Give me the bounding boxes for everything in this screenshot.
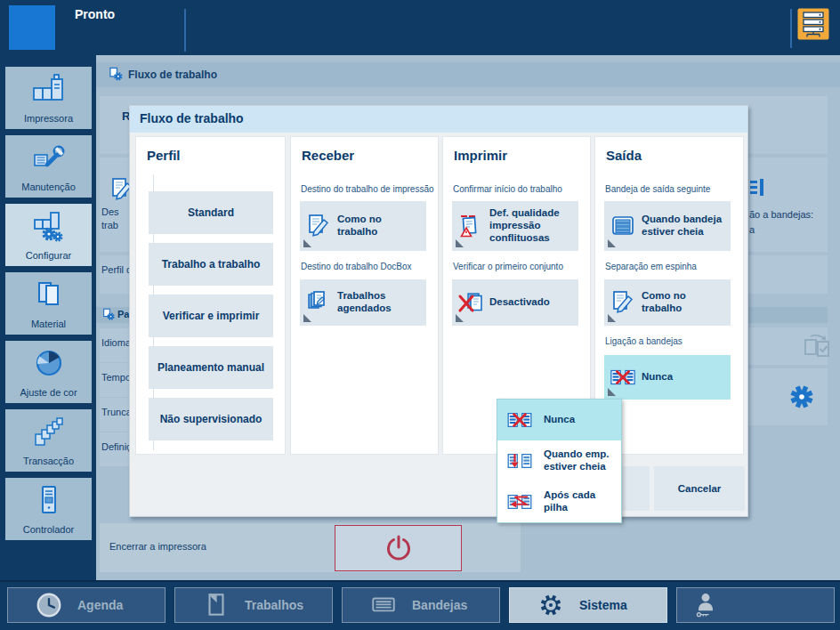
sidebar-item-label: Transacção (5, 456, 92, 466)
menu-item-label: Após cada pilha (544, 489, 621, 514)
dropdown-corner-marker (456, 239, 464, 247)
sidebar-item-label: Manutenção (5, 182, 92, 192)
nav-tab-label: Trabalhos (245, 598, 303, 612)
tray-never-icon (506, 410, 537, 430)
menu-item-apos-cada-pilha[interactable]: Após cada pilha (497, 481, 621, 522)
sidebar-item-manutencao[interactable]: Manutenção (5, 135, 92, 198)
titlebar-divider (184, 9, 186, 52)
nav-tab-user-login[interactable] (676, 587, 835, 623)
field-label: Ligação a bandejas (605, 336, 682, 346)
menu-item-nunca[interactable]: Nunca (497, 400, 621, 440)
field-label: Destino do trabalho de impressão (301, 184, 434, 194)
background-partial-text: Trunca (101, 407, 132, 417)
sidebar-item-label: Material (5, 319, 92, 329)
column-title: Saída (606, 148, 642, 163)
background-partial-text: Idioma (101, 337, 131, 348)
sidebar-item-controlador[interactable]: Controlador (5, 478, 92, 540)
workflow-dialog: Fluxo de trabalho Perfil Standard Trabal… (129, 105, 748, 517)
printer-status-text: Pronto (75, 7, 115, 21)
background-partial-text: trab (101, 220, 118, 230)
option-separacao-espinha[interactable]: Como no trabalho (604, 279, 731, 326)
controller-icon (31, 482, 67, 518)
gear-icon[interactable] (787, 382, 817, 412)
option-verificar-conjunto[interactable]: Desactivado (452, 279, 578, 326)
configure-icon (31, 208, 67, 244)
cancel-button-label: Cancelar (678, 483, 722, 494)
option-destino-docbox[interactable]: Trabalhos agendados (300, 279, 426, 326)
shutdown-label: Encerrar a impressora (109, 541, 206, 552)
dropdown-corner-marker (608, 388, 616, 396)
titlebar-divider-right (790, 9, 792, 48)
nav-tab-label: Agenda (77, 598, 123, 612)
option-value: Desactivado (489, 296, 578, 309)
tray-linking-dropdown-menu: Nunca Quando emp. estiver cheia Após cad… (497, 399, 622, 523)
dropdown-corner-marker (608, 239, 616, 247)
column-title: Imprimir (454, 148, 507, 163)
profile-button-standard[interactable]: Standard (149, 191, 273, 234)
background-partial-text: ão a bandejas: (749, 209, 813, 220)
sidebar-item-impressora[interactable]: Impressora (5, 67, 92, 129)
option-value: Nunca (642, 371, 731, 384)
doc-pencil-icon (604, 289, 642, 316)
option-destino-impressao[interactable]: Como no trabalho (300, 201, 426, 251)
doc-conflict-icon (452, 213, 489, 239)
page-header: Fluxo de trabalho (96, 62, 840, 87)
cancel-button[interactable]: Cancelar (654, 466, 745, 511)
power-icon (384, 533, 414, 563)
profile-button-nao-supervisionado[interactable]: Não supervisionado (149, 398, 273, 440)
option-bandeja-saida[interactable]: Quando bandeja estiver cheia (604, 201, 731, 251)
sidebar-item-configurar[interactable]: Configurar (5, 204, 92, 266)
doc-disabled-icon (452, 289, 489, 316)
nav-tab-trabalhos[interactable]: Trabalhos (174, 587, 333, 623)
nav-tab-sistema[interactable]: Sistema (509, 587, 667, 623)
profile-button-label: Não supervisionado (160, 413, 262, 425)
dialog-header: Fluxo de trabalho (130, 106, 747, 133)
field-label: Verificar o primeiro conjunto (453, 262, 563, 271)
column-title: Perfil (147, 148, 181, 163)
option-ligacao-bandejas[interactable]: Nunca (604, 355, 731, 400)
nav-tab-bandejas[interactable]: Bandejas (342, 587, 500, 623)
dialog-column-receber: Receber Destino do trabalho de impressão… (290, 136, 439, 455)
doc-pencil-icon (300, 213, 337, 239)
sidebar-item-label: Configurar (5, 250, 92, 261)
sidebar-item-material[interactable]: Material (5, 272, 92, 335)
menu-item-quando-emp-estiver-cheia[interactable]: Quando emp. estiver cheia (497, 440, 621, 481)
workflow-icon (109, 67, 124, 82)
queue-icon[interactable] (797, 8, 829, 40)
sidebar-item-label: Ajuste de cor (5, 387, 92, 398)
status-accent-block (9, 5, 55, 50)
nav-tab-label: Bandejas (412, 598, 467, 612)
profile-button-label: Planeamento manual (158, 361, 264, 374)
option-value: Como no trabalho (337, 214, 426, 238)
power-button[interactable] (335, 525, 462, 571)
copy-check-icon (801, 333, 835, 359)
tray-when-full-icon (506, 451, 537, 471)
option-value: Trabalhos agendados (337, 290, 426, 315)
field-label: Destino do trabalho DocBox (301, 262, 412, 271)
dropdown-corner-marker (303, 314, 311, 322)
background-partial-text: Pa (117, 309, 129, 319)
color-adjust-icon (31, 345, 67, 381)
printer-icon (31, 71, 67, 107)
jobs-icon (202, 591, 230, 619)
field-label: Confirmar início do trabalho (453, 184, 562, 194)
tray-stack-icon (604, 213, 642, 239)
title-bar: Pronto (0, 0, 840, 55)
dropdown-corner-marker (456, 314, 464, 322)
profile-button-trabalho-a-trabalho[interactable]: Trabalho a trabalho (149, 243, 273, 286)
background-partial-text: Definiç (101, 441, 132, 452)
option-value: Def. qualidade impressão conflituosas (489, 207, 578, 244)
column-title: Receber (302, 148, 354, 163)
field-label: Separação em espinha (605, 262, 697, 271)
profile-button-planeamento-manual[interactable]: Planeamento manual (149, 346, 273, 389)
menu-item-label: Nunca (544, 414, 575, 426)
profile-button-label: Trabalho a trabalho (162, 258, 261, 271)
dialog-title: Fluxo de trabalho (140, 111, 244, 125)
menu-item-label: Quando emp. estiver cheia (544, 448, 621, 473)
nav-tab-agenda[interactable]: Agenda (7, 587, 166, 623)
dialog-column-perfil: Perfil Standard Trabalho a trabalho Veri… (135, 136, 286, 455)
profile-button-verificar-e-imprimir[interactable]: Verificar e imprimir (149, 295, 273, 337)
option-confirmar-inicio[interactable]: Def. qualidade impressão conflituosas (452, 201, 578, 251)
sidebar-item-transaccao[interactable]: Transacção (5, 409, 92, 472)
sidebar-item-ajuste-de-cor[interactable]: Ajuste de cor (5, 341, 92, 403)
